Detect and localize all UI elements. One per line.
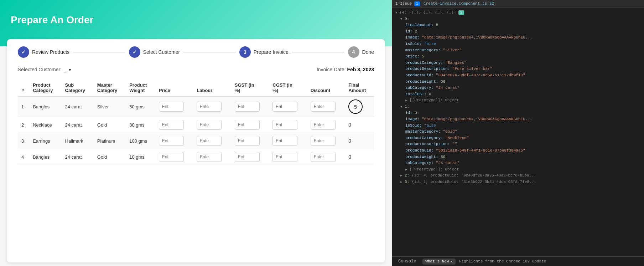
whats-new-tab[interactable]: What's New ✕ <box>422 259 456 265</box>
page-title: Prepare An Order <box>11 14 381 26</box>
customer-dropdown[interactable]: ▾ <box>69 67 71 72</box>
step-3-circle: 3 <box>239 46 251 58</box>
cgst-input[interactable] <box>272 120 297 130</box>
cell-num: 2 <box>18 117 29 133</box>
price-input[interactable] <box>159 120 184 130</box>
table-row: 4 Bangles 24 carat Gold 10 gms 0 <box>18 149 374 165</box>
labour-input[interactable] <box>197 152 222 162</box>
col-sgst: SGST (In%) <box>231 80 269 96</box>
cell-product-weight: 100 gms <box>126 133 155 149</box>
cell-discount[interactable] <box>307 96 345 117</box>
cgst-input[interactable] <box>272 102 297 112</box>
cell-cgst[interactable] <box>269 96 307 117</box>
cell-labour[interactable] <box>193 133 231 149</box>
cell-sub-category: 24 carat <box>62 117 94 133</box>
step-connector-2 <box>183 52 236 52</box>
cell-product-category: Earrings <box>29 133 61 149</box>
cell-sgst[interactable] <box>231 149 269 165</box>
labour-input[interactable] <box>197 120 222 130</box>
cgst-input[interactable] <box>272 136 297 146</box>
devtools-file-link[interactable]: create-invoice.component.ts:32 <box>424 1 494 6</box>
discount-input[interactable] <box>311 152 336 162</box>
cell-product-weight: 10 gms <box>126 149 155 165</box>
final-amount-cell: 0 <box>345 133 374 149</box>
cell-num: 1 <box>18 96 29 117</box>
cgst-input[interactable] <box>272 152 297 162</box>
expand-item-0-icon[interactable] <box>400 16 402 22</box>
step-3-label: Prepare Invoice <box>254 49 289 55</box>
customer-value: _ <box>64 67 67 72</box>
cell-sgst[interactable] <box>231 133 269 149</box>
cell-labour[interactable] <box>193 96 231 117</box>
cell-sgst[interactable] <box>231 96 269 117</box>
step-4-number: 4 <box>352 49 355 55</box>
table-header-row: # ProductCategory SubCategory MasterCate… <box>18 80 374 96</box>
expand-item-1-icon[interactable] <box>400 104 402 110</box>
col-num: # <box>18 80 29 96</box>
col-price: Price <box>155 80 193 96</box>
price-input[interactable] <box>159 102 184 112</box>
check-icon-2: ✓ <box>133 49 137 55</box>
expand-array-icon[interactable] <box>395 10 397 16</box>
cell-num: 3 <box>18 133 29 149</box>
prototype-1-icon[interactable] <box>405 167 407 173</box>
devtools-item-0: 0: <box>395 16 640 22</box>
devtools-bottom-bar: Console What's New ✕ Highlights from the… <box>392 256 644 266</box>
step-prepare-invoice: 3 Prepare Invoice <box>239 46 289 58</box>
cell-price[interactable] <box>155 117 193 133</box>
discount-input[interactable] <box>311 136 336 146</box>
invoice-date: Invoice Date: Feb 3, 2023 <box>317 67 374 72</box>
console-tab[interactable]: Console <box>395 258 419 265</box>
sgst-input[interactable] <box>235 120 260 130</box>
cell-discount[interactable] <box>307 133 345 149</box>
cell-price[interactable] <box>155 149 193 165</box>
cell-product-weight: 80 gms <box>126 117 155 133</box>
devtools-item-1: 1: <box>395 104 640 110</box>
expand-item-2-icon[interactable] <box>400 173 402 179</box>
step-done: 4 Done <box>348 46 374 58</box>
cell-price[interactable] <box>155 133 193 149</box>
discount-input[interactable] <box>311 120 336 130</box>
step-2-circle: ✓ <box>129 46 140 58</box>
cell-master-category: Platinum <box>94 133 126 149</box>
selected-customer-row: Selected Customer: _ ▾ <box>18 67 71 72</box>
step-4-label: Done <box>362 49 374 55</box>
price-input[interactable] <box>159 136 184 146</box>
cell-labour[interactable] <box>193 117 231 133</box>
step-connector-1 <box>73 52 125 52</box>
cell-master-category: Silver <box>94 96 126 117</box>
cell-discount[interactable] <box>307 149 345 165</box>
devtools-content: (4) [{…}, {…}, {…}, {…}] 3 0: finalAmoun… <box>392 7 644 256</box>
cell-sub-category: 24 carat <box>62 149 94 165</box>
sgst-input[interactable] <box>235 152 260 162</box>
cell-sgst[interactable] <box>231 117 269 133</box>
cell-labour[interactable] <box>193 149 231 165</box>
price-input[interactable] <box>159 152 184 162</box>
sgst-input[interactable] <box>235 102 260 112</box>
selected-customer-label: Selected Customer: <box>18 67 62 72</box>
table-row: 1 Bangles 24 carat Silver 50 gms 5 <box>18 96 374 117</box>
cell-cgst[interactable] <box>269 149 307 165</box>
col-product-weight: ProductWeight <box>126 80 155 96</box>
step-1-circle: ✓ <box>18 46 29 58</box>
step-connector-3 <box>292 52 344 52</box>
cell-price[interactable] <box>155 96 193 117</box>
cell-product-weight: 50 gms <box>126 96 155 117</box>
chrome-update-text: Highlights from the Chrome 109 update <box>459 259 546 264</box>
labour-input[interactable] <box>197 136 222 146</box>
info-row: Selected Customer: _ ▾ Invoice Date: Feb… <box>18 67 374 72</box>
expand-item-3-icon[interactable] <box>400 179 402 185</box>
close-icon[interactable]: ✕ <box>450 259 453 264</box>
table-row: 2 Necklace 24 carat Gold 80 gms 0 <box>18 117 374 133</box>
labour-input[interactable] <box>197 102 222 112</box>
cell-product-category: Necklace <box>29 117 61 133</box>
cell-discount[interactable] <box>307 117 345 133</box>
cell-cgst[interactable] <box>269 117 307 133</box>
cell-cgst[interactable] <box>269 133 307 149</box>
step-4-circle: 4 <box>348 46 359 58</box>
devtools-item-3: 3: {id: 1, productGuid: '31e3b922-3b8c-4… <box>395 179 640 185</box>
prototype-0-icon[interactable] <box>405 97 407 104</box>
discount-input[interactable] <box>311 102 336 112</box>
sgst-input[interactable] <box>235 136 260 146</box>
products-table: # ProductCategory SubCategory MasterCate… <box>18 80 374 165</box>
